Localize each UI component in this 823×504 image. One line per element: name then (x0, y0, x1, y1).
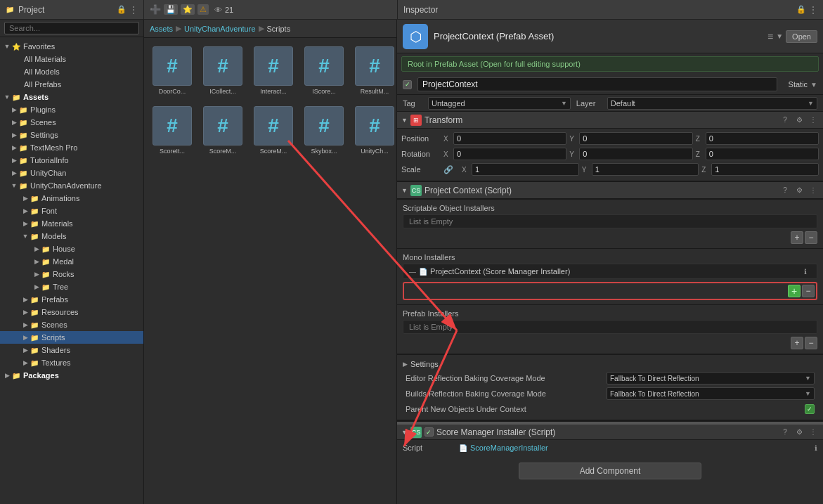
search-bar[interactable] (0, 20, 143, 37)
scale-x-input[interactable] (472, 163, 579, 176)
scale-y-input[interactable] (592, 163, 699, 176)
scale-z-input[interactable] (711, 163, 819, 176)
inspector-dropdown-icon[interactable]: ▼ (776, 32, 783, 40)
object-name-input[interactable] (417, 77, 777, 91)
pos-z-input[interactable] (706, 132, 819, 145)
all-materials-item[interactable]: All Materials (0, 53, 143, 65)
rot-y-input[interactable] (579, 148, 692, 160)
settings-item[interactable]: ▶ 📁 Settings (0, 129, 143, 141)
pos-y-field[interactable]: Y (569, 132, 692, 145)
list-item[interactable]: # UnityCh... (352, 103, 396, 157)
mono-info-icon[interactable]: ℹ (800, 266, 811, 277)
save-icon[interactable]: 💾 (164, 4, 178, 15)
score-manager-header[interactable]: ▼ CS ✓ Score Manager Installer (Script) … (397, 422, 823, 440)
animations-item[interactable]: ▶ 📁 Animations (0, 192, 143, 205)
scale-x-field[interactable]: X (462, 163, 579, 176)
scriptable-add-btn[interactable]: + (791, 231, 803, 244)
models-item[interactable]: ▼ 📁 Models (0, 230, 143, 243)
rot-x-input[interactable] (453, 148, 566, 160)
rot-x-field[interactable]: X (443, 148, 566, 160)
pos-z-field[interactable]: Z (696, 132, 819, 145)
all-models-item[interactable]: All Models (0, 65, 143, 78)
alert-icon[interactable]: ⚠ (197, 4, 209, 15)
scenes-top-item[interactable]: ▶ 📁 Scenes (0, 116, 143, 129)
textures-item[interactable]: ▶ 📁 Textures (0, 356, 143, 369)
pos-x-input[interactable] (453, 132, 566, 145)
unitychanadventure-item[interactable]: ▼ 📁 UnityChanAdventure (0, 179, 143, 192)
all-prefabs-item[interactable]: All Prefabs (0, 78, 143, 91)
score-manager-checkbox[interactable]: ✓ (425, 427, 434, 437)
parent-objects-checkbox[interactable]: ✓ (805, 404, 815, 414)
inspector-dots-icon[interactable]: ⋮ (809, 5, 817, 15)
rocks-item[interactable]: ▶ 📁 Rocks (0, 268, 143, 280)
tag-dropdown[interactable]: Untagged ▼ (428, 97, 571, 110)
house-item[interactable]: ▶ 📁 House (0, 243, 143, 255)
transform-help-btn[interactable]: ? (779, 115, 791, 126)
add-component-button[interactable]: Add Component (519, 463, 701, 479)
resources-item[interactable]: ▶ 📁 Resources (0, 306, 143, 318)
list-item[interactable]: # ScoreIt... (150, 103, 195, 157)
inspector-lock-icon[interactable]: 🔒 (796, 5, 806, 14)
open-button[interactable]: Open (786, 30, 817, 43)
editor-reflection-dropdown[interactable]: Fallback To Direct Reflection ▼ (607, 372, 815, 385)
scale-y-field[interactable]: Y (582, 163, 699, 176)
prefabs-item[interactable]: ▶ 📁 Prefabs (0, 293, 143, 306)
medal-item[interactable]: ▶ 📁 Medal (0, 255, 143, 268)
project-tab[interactable]: 📁 Project 🔒 ⋮ (0, 0, 144, 19)
script-info-icon[interactable]: ℹ (815, 444, 817, 452)
transform-menu-btn[interactable]: ⋮ (808, 115, 819, 126)
font-item[interactable]: ▶ 📁 Font (0, 205, 143, 217)
tree-item[interactable]: ▶ 📁 Tree (0, 280, 143, 293)
builds-reflection-dropdown[interactable]: Fallback To Direct Reflection ▼ (607, 387, 815, 400)
packages-item[interactable]: ▶ 📁 Packages (0, 369, 143, 382)
lock-icon[interactable]: 🔒 (117, 5, 127, 14)
plugins-item[interactable]: ▶ 📁 Plugins (0, 103, 143, 116)
rot-y-field[interactable]: Y (569, 148, 692, 160)
prefab-add-btn[interactable]: + (791, 337, 803, 349)
assets-header[interactable]: ▼ 📁 Assets (0, 91, 143, 103)
rot-z-input[interactable] (706, 148, 819, 160)
inspector-tab[interactable]: Inspector 🔒 ⋮ (398, 0, 823, 19)
sm-menu-btn[interactable]: ⋮ (808, 427, 819, 438)
unitychan-item[interactable]: ▶ 📁 UnityChan (0, 167, 143, 179)
textmesh-item[interactable]: ▶ 📁 TextMesh Pro (0, 141, 143, 154)
scriptable-remove-btn[interactable]: − (805, 231, 817, 244)
mono-add-btn[interactable]: + (788, 285, 801, 297)
list-item[interactable]: # ICollect... (200, 44, 245, 98)
transform-collapse-icon[interactable]: ▼ (401, 117, 408, 124)
scenes-sub-item[interactable]: ▶ 📁 Scenes (0, 318, 143, 331)
dots-menu-icon[interactable]: ⋮ (129, 5, 138, 15)
list-item[interactable]: # Skybox... (302, 103, 346, 157)
scale-lock-icon[interactable]: 🔗 (443, 165, 453, 174)
pc-help-btn[interactable]: ? (779, 185, 791, 196)
sm-settings-btn[interactable]: ⚙ (793, 427, 805, 438)
list-item[interactable]: # IScore... (302, 44, 346, 98)
sm-help-btn[interactable]: ? (779, 427, 791, 438)
project-context-collapse-icon[interactable]: ▼ (401, 187, 408, 194)
list-item[interactable]: # ResultM... (352, 44, 396, 98)
static-dropdown-icon[interactable]: ▼ (810, 81, 817, 89)
list-item[interactable]: # ScoreM... (251, 103, 296, 157)
shaders-item[interactable]: ▶ 📁 Shaders (0, 344, 143, 356)
pc-settings-btn[interactable]: ⚙ (793, 185, 805, 196)
list-item[interactable]: # DoorCo... (150, 44, 195, 98)
mono-remove-btn[interactable]: − (802, 285, 815, 297)
add-icon[interactable]: ➕ (150, 4, 161, 15)
materials-item[interactable]: ▶ 📁 Materials (0, 217, 143, 230)
pc-menu-btn[interactable]: ⋮ (808, 185, 819, 196)
favorites-header[interactable]: ▼ ⭐ Favorites (0, 40, 143, 53)
list-item[interactable]: # ScoreM... (200, 103, 245, 157)
search-input[interactable] (4, 22, 139, 34)
layer-dropdown[interactable]: Default ▼ (607, 97, 817, 110)
checkbox-active[interactable]: ✓ (403, 80, 412, 89)
score-manager-collapse-icon[interactable]: ▼ (401, 429, 408, 436)
inspector-menu-icon[interactable]: ≡ (767, 31, 773, 42)
project-context-header[interactable]: ▼ CS Project Context (Script) ? ⚙ ⋮ (397, 182, 823, 199)
scale-z-field[interactable]: Z (701, 163, 819, 176)
breadcrumb-unitychanadventure[interactable]: UnityChanAdventure (184, 25, 256, 33)
prefab-remove-btn[interactable]: − (805, 337, 817, 349)
transform-header[interactable]: ▼ ⊞ Transform ? ⚙ ⋮ (397, 112, 823, 129)
scripts-item[interactable]: ▶ 📁 Scripts (0, 331, 143, 344)
rot-z-field[interactable]: Z (696, 148, 819, 160)
list-item[interactable]: # Interact... (251, 44, 296, 98)
